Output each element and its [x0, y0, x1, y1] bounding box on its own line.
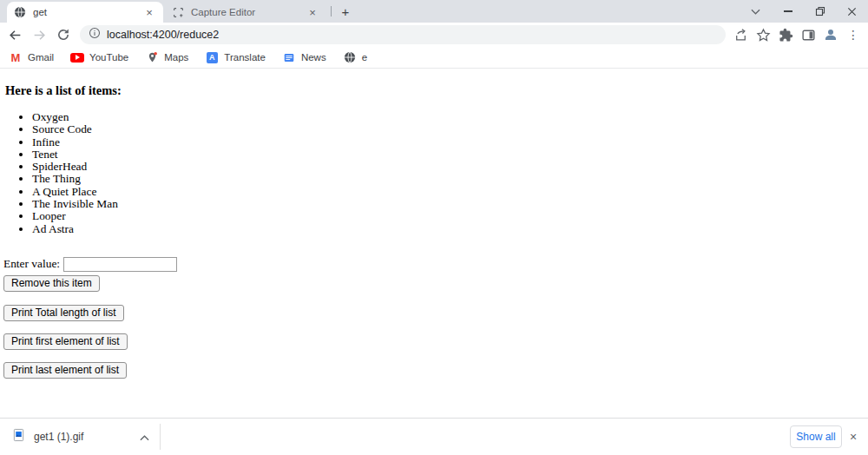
tab-label: Capture Editor	[191, 7, 306, 17]
list-item: Tenet	[32, 148, 868, 161]
value-input[interactable]	[63, 257, 177, 272]
print-first-element-button[interactable]: Print first element of list	[3, 333, 128, 350]
list-item: SpiderHead	[32, 161, 868, 173]
window-restore-button[interactable]	[804, 0, 836, 23]
page-heading: Here is a list of items:	[5, 83, 868, 98]
window-controls	[740, 0, 868, 23]
url-text: localhost:4200/reduce2	[107, 29, 219, 41]
list-item: A Quiet Place	[32, 186, 868, 198]
tab-label: get	[33, 7, 142, 17]
forward-button[interactable]	[30, 25, 49, 44]
bookmark-e[interactable]: e	[343, 50, 367, 64]
bookmarks-bar: M Gmail YouTube Maps A Translate News e	[0, 47, 868, 69]
remove-item-button[interactable]: Remove this item	[3, 275, 100, 292]
tab-capture-editor[interactable]: Capture Editor ×	[165, 2, 326, 23]
list-item: Infine	[32, 136, 868, 148]
news-icon	[282, 50, 296, 64]
bookmark-youtube[interactable]: YouTube	[70, 50, 128, 64]
bookmark-star-icon[interactable]	[754, 25, 772, 44]
enter-value-row: Enter value:	[3, 257, 868, 272]
tab-strip: get × Capture Editor × +	[0, 0, 868, 23]
print-last-element-button[interactable]: Print last element of list	[3, 362, 127, 379]
window-minimize-button[interactable]	[772, 0, 804, 23]
list-item: Ad Astra	[32, 223, 868, 235]
tab-separator	[331, 6, 332, 16]
bookmark-maps[interactable]: Maps	[145, 50, 188, 64]
bookmark-news[interactable]: News	[282, 50, 326, 64]
minimize-icon	[784, 10, 792, 11]
maps-pin-icon	[145, 50, 159, 64]
bookmark-gmail[interactable]: M Gmail	[9, 50, 54, 64]
toolbar-actions: ⋮	[732, 25, 867, 44]
gmail-icon: M	[9, 50, 23, 64]
download-item[interactable]: get1 (1).gif	[12, 428, 149, 445]
download-chevron-up-icon[interactable]	[140, 429, 149, 445]
download-bar-separator	[160, 424, 161, 450]
browser-toolbar: localhost:4200/reduce2 ⋮	[0, 23, 868, 47]
enter-value-label: Enter value:	[3, 257, 60, 271]
new-tab-button[interactable]: +	[337, 3, 354, 20]
download-bar: get1 (1).gif Show all ×	[0, 418, 868, 455]
tab-get[interactable]: get ×	[7, 2, 163, 23]
site-info-icon[interactable]	[89, 27, 101, 43]
share-icon[interactable]	[732, 25, 749, 44]
reload-button[interactable]	[54, 25, 73, 44]
list-item: Oxygen	[32, 111, 868, 123]
address-bar[interactable]: localhost:4200/reduce2	[80, 25, 726, 44]
translate-icon: A	[205, 50, 219, 64]
page-content: Here is a list of items: OxygenSource Co…	[0, 69, 868, 418]
show-all-button[interactable]: Show all	[790, 425, 842, 448]
back-button[interactable]	[5, 25, 24, 44]
bookmark-translate[interactable]: A Translate	[205, 50, 266, 64]
image-file-icon	[12, 428, 25, 445]
profile-avatar[interactable]	[822, 25, 839, 44]
list-item: Looper	[32, 210, 868, 222]
window-chevron-down-icon[interactable]	[740, 0, 772, 23]
extensions-icon[interactable]	[777, 25, 794, 44]
list-item: Source Code	[32, 123, 868, 135]
list-item: The Thing	[32, 173, 868, 185]
print-total-length-button[interactable]: Print Total length of list	[3, 305, 124, 321]
browser-menu-icon[interactable]: ⋮	[845, 25, 862, 44]
close-download-bar-icon[interactable]: ×	[845, 429, 861, 445]
globe-icon	[343, 50, 357, 64]
globe-icon	[14, 6, 26, 18]
close-tab-icon[interactable]: ×	[142, 5, 156, 19]
capture-icon	[172, 6, 184, 18]
close-tab-icon[interactable]: ×	[306, 5, 319, 19]
item-list: OxygenSource CodeInfineTenetSpiderHeadTh…	[0, 111, 868, 235]
side-panel-icon[interactable]	[799, 25, 817, 44]
download-file-name: get1 (1).gif	[34, 431, 140, 443]
window-close-button[interactable]	[836, 0, 868, 23]
list-item: The Invisible Man	[32, 198, 868, 210]
youtube-icon	[70, 50, 84, 64]
